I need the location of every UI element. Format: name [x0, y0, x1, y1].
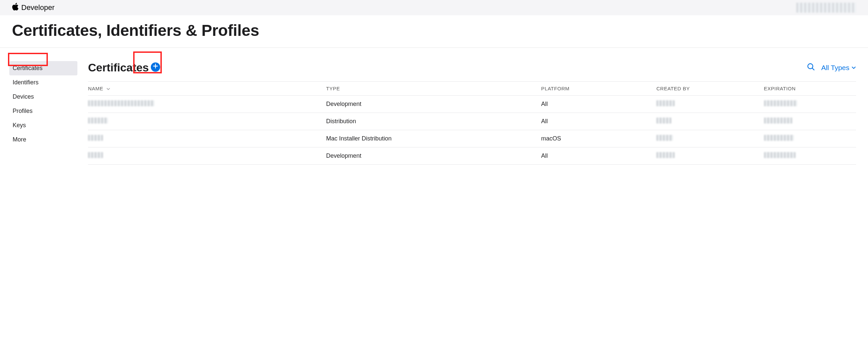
- search-button[interactable]: [807, 62, 815, 73]
- cell-type: Distribution: [326, 113, 541, 130]
- sidebar-item-profiles[interactable]: Profiles: [9, 104, 78, 118]
- sidebar-item-label: Profiles: [12, 107, 33, 114]
- cell-platform: All: [541, 148, 656, 165]
- sidebar-item-label: Identifiers: [12, 79, 38, 86]
- sidebar-item-label: Devices: [12, 93, 34, 100]
- column-header-createdby[interactable]: CREATED BY: [656, 82, 764, 96]
- cell-platform: macOS: [541, 130, 656, 148]
- cell-createdby: [656, 113, 764, 130]
- cell-expiration: [764, 113, 856, 130]
- top-nav: Developer: [0, 0, 868, 15]
- section-title: Certificates: [88, 61, 149, 74]
- page-title: Certificates, Identifiers & Profiles: [12, 21, 856, 39]
- sidebar-item-label: Keys: [12, 122, 26, 128]
- sidebar-item-identifiers[interactable]: Identifiers: [9, 75, 78, 90]
- table-row[interactable]: Development All: [88, 148, 856, 165]
- table-row[interactable]: Development All: [88, 96, 856, 113]
- sidebar-item-keys[interactable]: Keys: [9, 118, 78, 132]
- sidebar: Certificates Identifiers Devices Profile…: [9, 61, 78, 147]
- cell-name: [88, 148, 326, 165]
- type-filter-dropdown[interactable]: All Types: [821, 64, 856, 72]
- cell-createdby: [656, 148, 764, 165]
- cell-platform: All: [541, 96, 656, 113]
- cell-name: [88, 113, 326, 130]
- add-certificate-button[interactable]: [151, 62, 160, 72]
- certificates-table: NAME TYPE PLATFORM CREATED BY EXPIRATION…: [88, 82, 856, 165]
- cell-name: [88, 130, 326, 148]
- cell-type: Development: [326, 96, 541, 113]
- sidebar-item-label: More: [12, 136, 26, 143]
- column-header-expiration[interactable]: EXPIRATION: [764, 82, 856, 96]
- svg-line-3: [812, 68, 814, 70]
- plus-icon: [153, 63, 158, 70]
- cell-name: [88, 96, 326, 113]
- chevron-down-icon: [106, 86, 110, 91]
- table-row[interactable]: Mac Installer Distribution macOS: [88, 130, 856, 148]
- filter-label: All Types: [821, 64, 849, 72]
- main-panel: Certificates All Types: [88, 61, 856, 165]
- account-menu[interactable]: [796, 3, 856, 12]
- cell-platform: All: [541, 113, 656, 130]
- column-header-platform[interactable]: PLATFORM: [541, 82, 656, 96]
- brand-text: Developer: [21, 3, 55, 12]
- brand[interactable]: Developer: [12, 3, 55, 12]
- chevron-down-icon: [851, 64, 856, 72]
- sidebar-item-devices[interactable]: Devices: [9, 90, 78, 104]
- sidebar-item-more[interactable]: More: [9, 132, 78, 147]
- sidebar-item-label: Certificates: [12, 65, 42, 71]
- cell-type: Mac Installer Distribution: [326, 130, 541, 148]
- cell-expiration: [764, 96, 856, 113]
- column-header-name[interactable]: NAME: [88, 82, 326, 96]
- apple-logo-icon: [12, 3, 19, 12]
- cell-expiration: [764, 148, 856, 165]
- search-icon: [807, 66, 815, 72]
- sidebar-item-certificates[interactable]: Certificates: [9, 61, 78, 75]
- cell-createdby: [656, 130, 764, 148]
- cell-type: Development: [326, 148, 541, 165]
- column-header-type[interactable]: TYPE: [326, 82, 541, 96]
- cell-createdby: [656, 96, 764, 113]
- cell-expiration: [764, 130, 856, 148]
- table-row[interactable]: Distribution All: [88, 113, 856, 130]
